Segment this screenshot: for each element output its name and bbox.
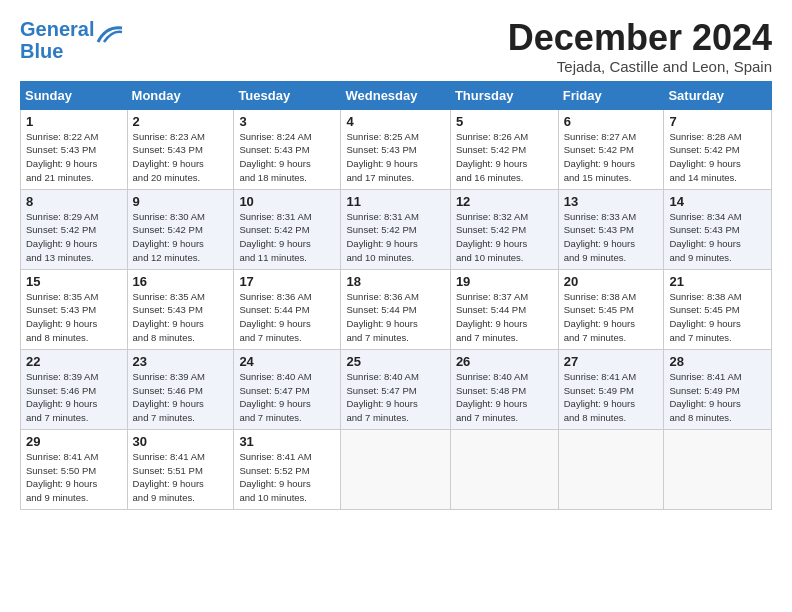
- table-cell: 25Sunrise: 8:40 AM Sunset: 5:47 PM Dayli…: [341, 349, 450, 429]
- day-number: 16: [133, 274, 229, 289]
- table-cell: 24Sunrise: 8:40 AM Sunset: 5:47 PM Dayli…: [234, 349, 341, 429]
- day-info: Sunrise: 8:40 AM Sunset: 5:47 PM Dayligh…: [239, 370, 335, 425]
- table-cell: [558, 429, 664, 509]
- table-cell: 17Sunrise: 8:36 AM Sunset: 5:44 PM Dayli…: [234, 269, 341, 349]
- day-info: Sunrise: 8:37 AM Sunset: 5:44 PM Dayligh…: [456, 290, 553, 345]
- day-info: Sunrise: 8:35 AM Sunset: 5:43 PM Dayligh…: [26, 290, 122, 345]
- day-info: Sunrise: 8:24 AM Sunset: 5:43 PM Dayligh…: [239, 130, 335, 185]
- table-cell: 3Sunrise: 8:24 AM Sunset: 5:43 PM Daylig…: [234, 109, 341, 189]
- col-wednesday: Wednesday: [341, 81, 450, 109]
- table-cell: 16Sunrise: 8:35 AM Sunset: 5:43 PM Dayli…: [127, 269, 234, 349]
- day-info: Sunrise: 8:26 AM Sunset: 5:42 PM Dayligh…: [456, 130, 553, 185]
- day-number: 14: [669, 194, 766, 209]
- table-cell: 22Sunrise: 8:39 AM Sunset: 5:46 PM Dayli…: [21, 349, 128, 429]
- table-cell: 28Sunrise: 8:41 AM Sunset: 5:49 PM Dayli…: [664, 349, 772, 429]
- table-cell: 21Sunrise: 8:38 AM Sunset: 5:45 PM Dayli…: [664, 269, 772, 349]
- day-number: 27: [564, 354, 659, 369]
- table-cell: 12Sunrise: 8:32 AM Sunset: 5:42 PM Dayli…: [450, 189, 558, 269]
- day-number: 29: [26, 434, 122, 449]
- day-info: Sunrise: 8:36 AM Sunset: 5:44 PM Dayligh…: [346, 290, 444, 345]
- day-number: 15: [26, 274, 122, 289]
- calendar-page: GeneralBlue December 2024 Tejada, Castil…: [0, 0, 792, 520]
- day-number: 23: [133, 354, 229, 369]
- header-row: Sunday Monday Tuesday Wednesday Thursday…: [21, 81, 772, 109]
- day-number: 7: [669, 114, 766, 129]
- day-number: 17: [239, 274, 335, 289]
- table-cell: 2Sunrise: 8:23 AM Sunset: 5:43 PM Daylig…: [127, 109, 234, 189]
- day-info: Sunrise: 8:41 AM Sunset: 5:52 PM Dayligh…: [239, 450, 335, 505]
- day-number: 21: [669, 274, 766, 289]
- day-info: Sunrise: 8:34 AM Sunset: 5:43 PM Dayligh…: [669, 210, 766, 265]
- table-cell: 19Sunrise: 8:37 AM Sunset: 5:44 PM Dayli…: [450, 269, 558, 349]
- table-cell: 13Sunrise: 8:33 AM Sunset: 5:43 PM Dayli…: [558, 189, 664, 269]
- day-number: 11: [346, 194, 444, 209]
- table-cell: 14Sunrise: 8:34 AM Sunset: 5:43 PM Dayli…: [664, 189, 772, 269]
- logo-wing-icon: [96, 24, 124, 46]
- day-number: 28: [669, 354, 766, 369]
- day-info: Sunrise: 8:35 AM Sunset: 5:43 PM Dayligh…: [133, 290, 229, 345]
- day-info: Sunrise: 8:28 AM Sunset: 5:42 PM Dayligh…: [669, 130, 766, 185]
- table-cell: 29Sunrise: 8:41 AM Sunset: 5:50 PM Dayli…: [21, 429, 128, 509]
- day-number: 12: [456, 194, 553, 209]
- day-number: 3: [239, 114, 335, 129]
- day-info: Sunrise: 8:22 AM Sunset: 5:43 PM Dayligh…: [26, 130, 122, 185]
- day-info: Sunrise: 8:38 AM Sunset: 5:45 PM Dayligh…: [564, 290, 659, 345]
- day-number: 9: [133, 194, 229, 209]
- table-cell: 5Sunrise: 8:26 AM Sunset: 5:42 PM Daylig…: [450, 109, 558, 189]
- day-info: Sunrise: 8:38 AM Sunset: 5:45 PM Dayligh…: [669, 290, 766, 345]
- day-info: Sunrise: 8:31 AM Sunset: 5:42 PM Dayligh…: [346, 210, 444, 265]
- day-info: Sunrise: 8:40 AM Sunset: 5:47 PM Dayligh…: [346, 370, 444, 425]
- day-number: 5: [456, 114, 553, 129]
- logo-text: GeneralBlue: [20, 18, 94, 62]
- table-cell: 31Sunrise: 8:41 AM Sunset: 5:52 PM Dayli…: [234, 429, 341, 509]
- day-info: Sunrise: 8:33 AM Sunset: 5:43 PM Dayligh…: [564, 210, 659, 265]
- day-number: 30: [133, 434, 229, 449]
- table-cell: 7Sunrise: 8:28 AM Sunset: 5:42 PM Daylig…: [664, 109, 772, 189]
- day-info: Sunrise: 8:36 AM Sunset: 5:44 PM Dayligh…: [239, 290, 335, 345]
- day-number: 18: [346, 274, 444, 289]
- day-info: Sunrise: 8:31 AM Sunset: 5:42 PM Dayligh…: [239, 210, 335, 265]
- col-sunday: Sunday: [21, 81, 128, 109]
- day-number: 6: [564, 114, 659, 129]
- day-number: 19: [456, 274, 553, 289]
- table-cell: 15Sunrise: 8:35 AM Sunset: 5:43 PM Dayli…: [21, 269, 128, 349]
- table-cell: [341, 429, 450, 509]
- table-cell: 10Sunrise: 8:31 AM Sunset: 5:42 PM Dayli…: [234, 189, 341, 269]
- day-number: 10: [239, 194, 335, 209]
- col-thursday: Thursday: [450, 81, 558, 109]
- week-row-1: 1Sunrise: 8:22 AM Sunset: 5:43 PM Daylig…: [21, 109, 772, 189]
- table-cell: 9Sunrise: 8:30 AM Sunset: 5:42 PM Daylig…: [127, 189, 234, 269]
- day-info: Sunrise: 8:39 AM Sunset: 5:46 PM Dayligh…: [133, 370, 229, 425]
- subtitle: Tejada, Castille and Leon, Spain: [508, 58, 772, 75]
- day-info: Sunrise: 8:27 AM Sunset: 5:42 PM Dayligh…: [564, 130, 659, 185]
- table-cell: 30Sunrise: 8:41 AM Sunset: 5:51 PM Dayli…: [127, 429, 234, 509]
- col-friday: Friday: [558, 81, 664, 109]
- table-cell: 26Sunrise: 8:40 AM Sunset: 5:48 PM Dayli…: [450, 349, 558, 429]
- day-number: 8: [26, 194, 122, 209]
- table-cell: 18Sunrise: 8:36 AM Sunset: 5:44 PM Dayli…: [341, 269, 450, 349]
- table-cell: 8Sunrise: 8:29 AM Sunset: 5:42 PM Daylig…: [21, 189, 128, 269]
- day-info: Sunrise: 8:30 AM Sunset: 5:42 PM Dayligh…: [133, 210, 229, 265]
- month-title: December 2024: [508, 18, 772, 58]
- day-info: Sunrise: 8:41 AM Sunset: 5:50 PM Dayligh…: [26, 450, 122, 505]
- day-number: 20: [564, 274, 659, 289]
- title-block: December 2024 Tejada, Castille and Leon,…: [508, 18, 772, 75]
- day-number: 4: [346, 114, 444, 129]
- table-cell: 27Sunrise: 8:41 AM Sunset: 5:49 PM Dayli…: [558, 349, 664, 429]
- table-cell: 6Sunrise: 8:27 AM Sunset: 5:42 PM Daylig…: [558, 109, 664, 189]
- week-row-3: 15Sunrise: 8:35 AM Sunset: 5:43 PM Dayli…: [21, 269, 772, 349]
- day-info: Sunrise: 8:41 AM Sunset: 5:49 PM Dayligh…: [564, 370, 659, 425]
- week-row-2: 8Sunrise: 8:29 AM Sunset: 5:42 PM Daylig…: [21, 189, 772, 269]
- day-info: Sunrise: 8:23 AM Sunset: 5:43 PM Dayligh…: [133, 130, 229, 185]
- col-monday: Monday: [127, 81, 234, 109]
- day-info: Sunrise: 8:41 AM Sunset: 5:49 PM Dayligh…: [669, 370, 766, 425]
- table-cell: 4Sunrise: 8:25 AM Sunset: 5:43 PM Daylig…: [341, 109, 450, 189]
- day-number: 26: [456, 354, 553, 369]
- day-number: 25: [346, 354, 444, 369]
- week-row-4: 22Sunrise: 8:39 AM Sunset: 5:46 PM Dayli…: [21, 349, 772, 429]
- day-number: 31: [239, 434, 335, 449]
- table-cell: [664, 429, 772, 509]
- table-cell: 1Sunrise: 8:22 AM Sunset: 5:43 PM Daylig…: [21, 109, 128, 189]
- day-info: Sunrise: 8:41 AM Sunset: 5:51 PM Dayligh…: [133, 450, 229, 505]
- week-row-5: 29Sunrise: 8:41 AM Sunset: 5:50 PM Dayli…: [21, 429, 772, 509]
